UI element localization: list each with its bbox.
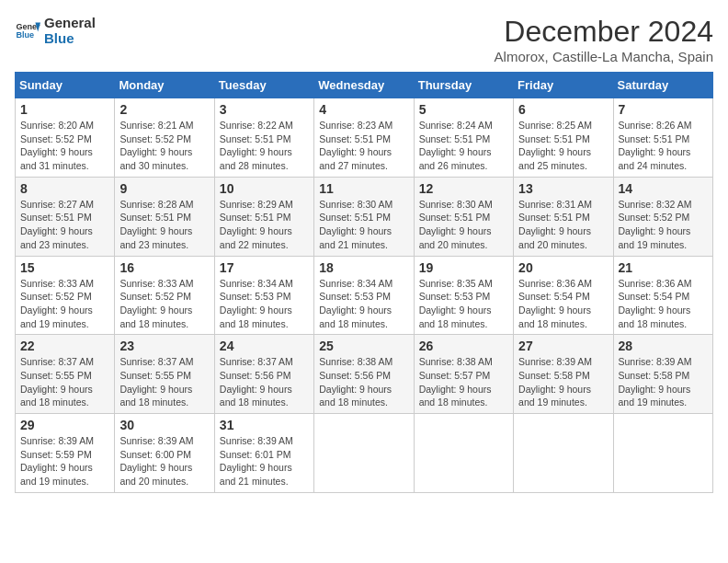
calendar-cell: 7Sunrise: 8:26 AMSunset: 5:51 PMDaylight… xyxy=(613,98,712,178)
day-number: 2 xyxy=(119,102,209,117)
day-info: Sunrise: 8:21 AMSunset: 5:52 PMDaylight:… xyxy=(119,119,209,173)
day-info: Sunrise: 8:36 AMSunset: 5:54 PMDaylight:… xyxy=(619,277,708,331)
calendar-cell: 22Sunrise: 8:37 AMSunset: 5:55 PMDayligh… xyxy=(16,335,115,414)
day-info: Sunrise: 8:38 AMSunset: 5:57 PMDaylight:… xyxy=(419,355,508,409)
day-info: Sunrise: 8:31 AMSunset: 5:51 PMDaylight:… xyxy=(518,198,608,252)
calendar-cell: 31Sunrise: 8:39 AMSunset: 6:01 PMDayligh… xyxy=(214,414,313,493)
calendar-cell: 16Sunrise: 8:33 AMSunset: 5:52 PMDayligh… xyxy=(115,256,214,335)
day-number: 14 xyxy=(619,181,708,196)
calendar-cell: 17Sunrise: 8:34 AMSunset: 5:53 PMDayligh… xyxy=(214,256,313,335)
calendar-cell: 4Sunrise: 8:23 AMSunset: 5:51 PMDaylight… xyxy=(314,98,414,178)
calendar-cell xyxy=(613,414,712,493)
week-row-3: 15Sunrise: 8:33 AMSunset: 5:52 PMDayligh… xyxy=(16,256,713,335)
day-number: 17 xyxy=(220,260,309,275)
day-number: 3 xyxy=(220,102,309,117)
calendar-cell: 29Sunrise: 8:39 AMSunset: 5:59 PMDayligh… xyxy=(16,414,115,493)
day-info: Sunrise: 8:26 AMSunset: 5:51 PMDaylight:… xyxy=(619,119,708,173)
weekday-header-thursday: Thursday xyxy=(414,73,513,98)
calendar-cell: 1Sunrise: 8:20 AMSunset: 5:52 PMDaylight… xyxy=(16,98,115,178)
calendar-cell: 30Sunrise: 8:39 AMSunset: 6:00 PMDayligh… xyxy=(115,414,214,493)
svg-text:Blue: Blue xyxy=(16,30,34,40)
day-number: 29 xyxy=(20,418,109,432)
day-info: Sunrise: 8:20 AMSunset: 5:52 PMDaylight:… xyxy=(20,119,109,173)
day-info: Sunrise: 8:38 AMSunset: 5:56 PMDaylight:… xyxy=(319,355,408,409)
day-number: 26 xyxy=(419,339,508,353)
day-info: Sunrise: 8:37 AMSunset: 5:56 PMDaylight:… xyxy=(220,355,309,409)
day-number: 12 xyxy=(419,181,508,196)
day-info: Sunrise: 8:39 AMSunset: 5:59 PMDaylight:… xyxy=(20,434,109,488)
title-area: December 2024 Almorox, Castille-La Manch… xyxy=(495,15,713,64)
calendar-cell: 14Sunrise: 8:32 AMSunset: 5:52 PMDayligh… xyxy=(613,177,712,256)
calendar-cell: 13Sunrise: 8:31 AMSunset: 5:51 PMDayligh… xyxy=(514,177,613,256)
calendar-cell: 10Sunrise: 8:29 AMSunset: 5:51 PMDayligh… xyxy=(214,177,313,256)
weekday-header-row: SundayMondayTuesdayWednesdayThursdayFrid… xyxy=(16,73,713,98)
weekday-header-monday: Monday xyxy=(115,73,214,98)
calendar-cell: 8Sunrise: 8:27 AMSunset: 5:51 PMDaylight… xyxy=(16,177,115,256)
calendar-table: SundayMondayTuesdayWednesdayThursdayFrid… xyxy=(15,72,713,493)
day-info: Sunrise: 8:27 AMSunset: 5:51 PMDaylight:… xyxy=(20,198,109,252)
logo-blue: Blue xyxy=(44,30,96,46)
calendar-cell: 21Sunrise: 8:36 AMSunset: 5:54 PMDayligh… xyxy=(613,256,712,335)
day-info: Sunrise: 8:23 AMSunset: 5:51 PMDaylight:… xyxy=(319,119,408,173)
day-info: Sunrise: 8:35 AMSunset: 5:53 PMDaylight:… xyxy=(419,277,508,331)
week-row-4: 22Sunrise: 8:37 AMSunset: 5:55 PMDayligh… xyxy=(16,335,713,414)
month-title: December 2024 xyxy=(495,15,713,49)
day-number: 6 xyxy=(518,102,608,117)
calendar-cell: 19Sunrise: 8:35 AMSunset: 5:53 PMDayligh… xyxy=(414,256,513,335)
day-info: Sunrise: 8:30 AMSunset: 5:51 PMDaylight:… xyxy=(419,198,508,252)
day-info: Sunrise: 8:39 AMSunset: 6:00 PMDaylight:… xyxy=(119,434,209,488)
day-info: Sunrise: 8:24 AMSunset: 5:51 PMDaylight:… xyxy=(419,119,508,173)
day-number: 27 xyxy=(518,339,608,353)
calendar-cell: 20Sunrise: 8:36 AMSunset: 5:54 PMDayligh… xyxy=(514,256,613,335)
day-number: 7 xyxy=(619,102,708,117)
day-number: 16 xyxy=(119,260,209,275)
day-info: Sunrise: 8:39 AMSunset: 6:01 PMDaylight:… xyxy=(220,434,309,488)
weekday-header-saturday: Saturday xyxy=(613,73,712,98)
weekday-header-friday: Friday xyxy=(514,73,613,98)
calendar-cell: 18Sunrise: 8:34 AMSunset: 5:53 PMDayligh… xyxy=(314,256,414,335)
day-info: Sunrise: 8:33 AMSunset: 5:52 PMDaylight:… xyxy=(20,277,109,331)
day-number: 21 xyxy=(619,260,708,275)
day-info: Sunrise: 8:32 AMSunset: 5:52 PMDaylight:… xyxy=(619,198,708,252)
calendar-cell: 5Sunrise: 8:24 AMSunset: 5:51 PMDaylight… xyxy=(414,98,513,178)
day-info: Sunrise: 8:34 AMSunset: 5:53 PMDaylight:… xyxy=(220,277,309,331)
day-info: Sunrise: 8:37 AMSunset: 5:55 PMDaylight:… xyxy=(20,355,109,409)
location-title: Almorox, Castille-La Mancha, Spain xyxy=(495,49,713,64)
calendar-cell: 2Sunrise: 8:21 AMSunset: 5:52 PMDaylight… xyxy=(115,98,214,178)
calendar-cell: 28Sunrise: 8:39 AMSunset: 5:58 PMDayligh… xyxy=(613,335,712,414)
logo-icon: General Blue xyxy=(15,17,40,43)
calendar-cell: 27Sunrise: 8:39 AMSunset: 5:58 PMDayligh… xyxy=(514,335,613,414)
calendar-cell: 6Sunrise: 8:25 AMSunset: 5:51 PMDaylight… xyxy=(514,98,613,178)
calendar-cell: 26Sunrise: 8:38 AMSunset: 5:57 PMDayligh… xyxy=(414,335,513,414)
weekday-header-tuesday: Tuesday xyxy=(214,73,313,98)
day-number: 13 xyxy=(518,181,608,196)
day-number: 19 xyxy=(419,260,508,275)
day-info: Sunrise: 8:36 AMSunset: 5:54 PMDaylight:… xyxy=(518,277,608,331)
day-info: Sunrise: 8:28 AMSunset: 5:51 PMDaylight:… xyxy=(119,198,209,252)
day-number: 5 xyxy=(419,102,508,117)
calendar-cell: 3Sunrise: 8:22 AMSunset: 5:51 PMDaylight… xyxy=(214,98,313,178)
day-number: 24 xyxy=(220,339,309,353)
calendar-cell: 25Sunrise: 8:38 AMSunset: 5:56 PMDayligh… xyxy=(314,335,414,414)
day-number: 8 xyxy=(20,181,109,196)
day-info: Sunrise: 8:30 AMSunset: 5:51 PMDaylight:… xyxy=(319,198,408,252)
calendar-cell xyxy=(514,414,613,493)
week-row-5: 29Sunrise: 8:39 AMSunset: 5:59 PMDayligh… xyxy=(16,414,713,493)
calendar-cell: 11Sunrise: 8:30 AMSunset: 5:51 PMDayligh… xyxy=(314,177,414,256)
day-info: Sunrise: 8:33 AMSunset: 5:52 PMDaylight:… xyxy=(119,277,209,331)
day-number: 20 xyxy=(518,260,608,275)
day-info: Sunrise: 8:39 AMSunset: 5:58 PMDaylight:… xyxy=(619,355,708,409)
weekday-header-wednesday: Wednesday xyxy=(314,73,414,98)
calendar-cell: 9Sunrise: 8:28 AMSunset: 5:51 PMDaylight… xyxy=(115,177,214,256)
day-number: 10 xyxy=(220,181,309,196)
day-info: Sunrise: 8:25 AMSunset: 5:51 PMDaylight:… xyxy=(518,119,608,173)
calendar-cell: 12Sunrise: 8:30 AMSunset: 5:51 PMDayligh… xyxy=(414,177,513,256)
day-info: Sunrise: 8:22 AMSunset: 5:51 PMDaylight:… xyxy=(220,119,309,173)
calendar-body: 1Sunrise: 8:20 AMSunset: 5:52 PMDaylight… xyxy=(16,98,713,493)
day-number: 25 xyxy=(319,339,408,353)
day-number: 4 xyxy=(319,102,408,117)
week-row-1: 1Sunrise: 8:20 AMSunset: 5:52 PMDaylight… xyxy=(16,98,713,178)
day-number: 9 xyxy=(119,181,209,196)
weekday-header-sunday: Sunday xyxy=(16,73,115,98)
logo-general: General xyxy=(44,15,96,30)
